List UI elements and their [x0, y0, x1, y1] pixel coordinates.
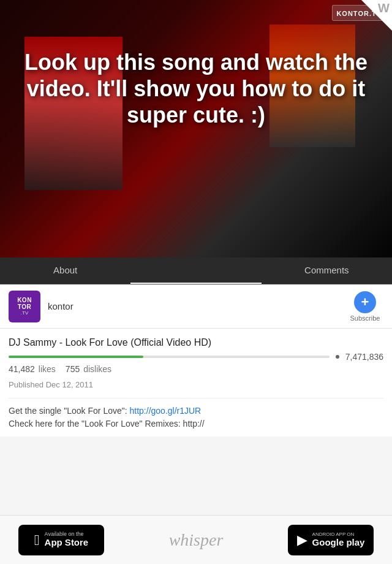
- footer:  Available on the App Store whisper ▶ A…: [0, 515, 392, 564]
- channel-row: KONTOR .TV kontor + Subscribe: [0, 284, 392, 329]
- likes-row: 41,482 likes 755 dislikes: [9, 364, 383, 374]
- view-count: 7,471,836: [345, 352, 383, 362]
- corner-letter: W: [378, 1, 390, 15]
- play-store-icon: ▶: [297, 533, 307, 547]
- channel-logo-sub: .TV: [21, 310, 28, 316]
- app-store-name: App Store: [45, 537, 89, 548]
- video-overlay-text: Look up this song and watch the video. I…: [0, 49, 392, 129]
- whisper-logo: whisper: [169, 530, 224, 550]
- progress-bar-fill: [9, 356, 143, 358]
- progress-bar-background[interactable]: [9, 356, 330, 358]
- dislikes-count: 755: [66, 364, 80, 374]
- dislikes-label: dislikes: [83, 364, 111, 374]
- publish-date: Published Dec 12, 2011: [9, 380, 383, 389]
- apple-icon: : [34, 533, 40, 547]
- description-link1[interactable]: http://goo.gl/r1JUR: [130, 406, 202, 416]
- google-play-badge[interactable]: ▶ ANDROID APP ON Google play: [288, 525, 374, 555]
- likes-count: 41,482: [9, 364, 35, 374]
- subscribe-label: Subscribe: [350, 314, 380, 322]
- video-player[interactable]: KONTOR.TV Look up this song and watch th…: [0, 0, 392, 257]
- video-title: DJ Sammy - Look For Love (Official Video…: [9, 337, 383, 348]
- subscribe-button[interactable]: + Subscribe: [347, 291, 383, 322]
- description-part1: Get the single "Look For Love":: [9, 406, 130, 416]
- tab-about[interactable]: About: [0, 257, 130, 284]
- description-part2: Check here for the "Look For Love" Remix…: [9, 419, 205, 429]
- progress-dot: [336, 355, 339, 359]
- tab-bar: About Comments: [0, 257, 392, 284]
- google-play-name: Google play: [312, 537, 365, 548]
- subscribe-icon: +: [354, 291, 376, 313]
- available-on-label: Available on the: [45, 532, 89, 537]
- app-store-badge[interactable]:  Available on the App Store: [18, 525, 104, 555]
- channel-name: kontor: [40, 301, 347, 311]
- android-on-label: ANDROID APP ON: [312, 532, 365, 537]
- video-info: DJ Sammy - Look For Love (Official Video…: [0, 329, 392, 436]
- progress-row: 7,471,836: [9, 352, 383, 362]
- tab-middle-spacer: [130, 257, 261, 284]
- tab-comments[interactable]: Comments: [262, 257, 392, 284]
- google-play-text: ANDROID APP ON Google play: [312, 532, 365, 548]
- channel-logo[interactable]: KONTOR .TV: [9, 291, 40, 322]
- app-store-text: Available on the App Store: [45, 532, 89, 548]
- channel-logo-text: KONTOR: [17, 297, 32, 310]
- likes-label: likes: [39, 364, 56, 374]
- description-text: Get the single "Look For Love": http://g…: [9, 398, 383, 436]
